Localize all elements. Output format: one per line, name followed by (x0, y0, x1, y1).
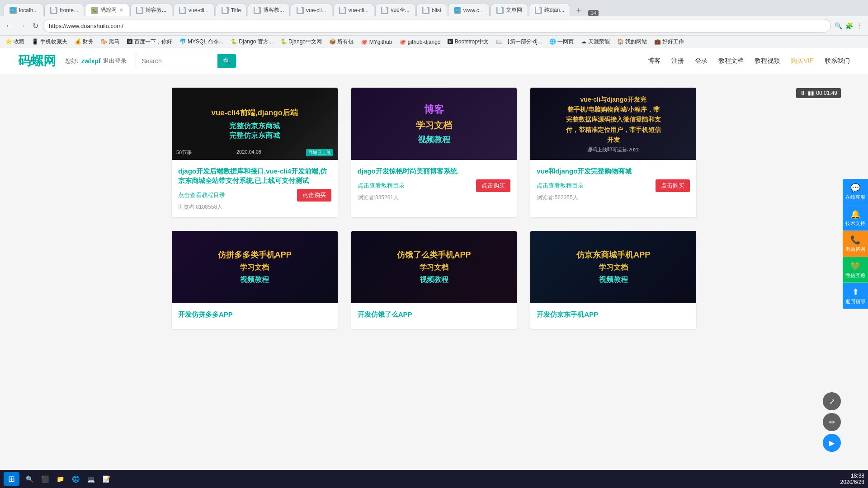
extensions-icon[interactable]: 🧩 (844, 21, 854, 30)
bookmark-work[interactable]: 💼 好好工作 (652, 37, 686, 47)
search-bar: 🔍 (136, 54, 236, 68)
bookmark-django-part1[interactable]: 📖 【第一部分-dj... (494, 37, 544, 47)
bookmark-tianya[interactable]: ☁ 天涯荣能 (579, 37, 611, 47)
course-link-2[interactable]: 点击查看教程目录 (358, 182, 405, 190)
bookmark-baidu[interactable]: 🅱 百度一下，你好 (125, 37, 174, 47)
forward-button[interactable]: → (17, 20, 28, 32)
menu-icon[interactable]: ⋮ (855, 21, 864, 30)
tab-title[interactable]: 📄 Title (216, 4, 247, 16)
nav-videos[interactable]: 教程视频 (755, 57, 780, 65)
tab-blog1[interactable]: 📄 博客教... (130, 4, 172, 16)
course-card-1: vue-cli4前端,django后端 完整仿京东商城 完整仿京东商城 50节课… (172, 88, 338, 217)
pause-icon[interactable]: ⏸ (800, 89, 806, 97)
tab-vueall[interactable]: 📄 vue全... (375, 4, 415, 16)
course-thumb-6[interactable]: 仿京东商城手机APP 学习文档 视频教程 (530, 231, 696, 303)
nav-contact[interactable]: 联系我们 (825, 57, 850, 65)
tab-blog2[interactable]: 📄 博客教... (248, 4, 290, 16)
course-link-1[interactable]: 点击查看教程目录 (178, 191, 225, 199)
card-body-2: djago开发惊艳时尚美丽博客系统. 点击查看教程目录 点击购买 浏览者:335… (351, 160, 517, 208)
buy-button-2[interactable]: 点击购买 (476, 179, 510, 192)
tab-vue2[interactable]: 📄 vue-cli... (291, 4, 332, 16)
card-body-5: 开发仿饿了么APP (351, 303, 517, 329)
course-thumb-2[interactable]: 博客 学习文档 视频教程 (351, 88, 517, 160)
tab-icon: 📄 (535, 7, 542, 14)
nav-register[interactable]: 注册 (671, 57, 684, 65)
bookmark-mysql[interactable]: 🐬 MYSQL 命令... (178, 37, 225, 47)
course-card-5: 仿饿了么类手机APP 学习文档 视频教程 开发仿饿了么APP (351, 231, 517, 329)
course-thumb-3[interactable]: vue-cli与django开发完整手机/电脑购物商城/小程序，带完整数据库源码… (530, 88, 696, 160)
bookmark-collect[interactable]: ⭐ 收藏 (4, 37, 26, 47)
address-bar[interactable]: https://www.duanshuilu.com/ (43, 19, 831, 33)
nav-login[interactable]: 登录 (695, 57, 708, 65)
buy-button-3[interactable]: 点击购买 (656, 179, 690, 192)
new-tab-button[interactable]: ＋ (571, 4, 586, 16)
search-button[interactable]: 🔍 (217, 54, 236, 68)
card-body-1: djago开发后端数据库和接口,vue-cli4开发前端,仿京东商城全站带支付系… (172, 160, 338, 217)
logout-button[interactable]: 退出登录 (103, 57, 127, 65)
url-display: https://www.duanshuilu.com/ (49, 23, 825, 29)
course-link-3[interactable]: 点击查看教程目录 (537, 182, 584, 190)
search-input[interactable] (136, 55, 217, 67)
float-tech-support[interactable]: 🔔 技术支持 (843, 205, 868, 231)
course-card-4: 仿拼多多类手机APP 学习文档 视频教程 开发仿拼多多APP (172, 231, 338, 329)
float-online-service[interactable]: 💬 在线客服 (843, 179, 868, 205)
site-logo[interactable]: 码螺网 (18, 52, 56, 70)
bookmarks-bar: ⭐ 收藏 📱 手机收藏夹 💰 财务 🐎 黑马 🅱 百度一下，你好 🐬 MYSQL… (0, 35, 868, 48)
reload-button[interactable]: ↻ (31, 20, 40, 32)
float-wechat[interactable]: 💚 微信互通 (843, 257, 868, 283)
bookmark-github-django[interactable]: 🐙 github-django (397, 38, 442, 46)
bookmark-github[interactable]: 🐙 MYgithub (359, 38, 394, 46)
tab-fronte[interactable]: 📄 fronte... (44, 4, 84, 16)
bookmark-finance[interactable]: 💰 财务 (73, 37, 95, 47)
tab-localh[interactable]: 🌐 localh... (4, 4, 43, 16)
nav-menu: 博客 注册 登录 教程文档 教程视频 购买VIP 联系我们 (648, 57, 850, 65)
tab-www[interactable]: 🌐 www.c... (448, 4, 490, 16)
tab-label: www.c... (463, 7, 484, 14)
tab-label: 文单网 (506, 6, 522, 14)
tab-label: 博客教... (146, 6, 166, 14)
bookmark-mysite[interactable]: 🏠 我的网站 (615, 37, 649, 47)
float-top[interactable]: ⬆ 返回顶部 (843, 283, 868, 309)
tab-icon: 📄 (50, 7, 57, 14)
tab-label: 码蝗网 (100, 6, 117, 14)
bookmark-mobile[interactable]: 📱 手机收藏夹 (30, 37, 69, 47)
bookmark-bootstrap[interactable]: 🅱 Bootstrap中文 (446, 37, 491, 47)
course-thumb-1[interactable]: vue-cli4前端,django后端 完整仿京东商城 完整仿京东商城 50节课… (172, 88, 338, 160)
nav-docs[interactable]: 教程文档 (718, 57, 744, 65)
site-header: 码螺网 您好: zwlxpf 退出登录 🔍 博客 注册 登录 教程文档 教程视频… (0, 48, 868, 74)
bookmark-heima[interactable]: 🐎 黑马 (99, 37, 122, 47)
course-card-3: vue-cli与django开发完整手机/电脑购物商城/小程序，带完整数据库源码… (530, 88, 696, 217)
tab-wendang[interactable]: 📄 文单网 (491, 4, 528, 16)
tab-vue1[interactable]: 📄 vue-cli... (173, 4, 215, 16)
course-thumb-5[interactable]: 仿饿了么类手机APP 学习文档 视频教程 (351, 231, 517, 303)
search-icon[interactable]: 🔍 (834, 21, 843, 30)
back-button[interactable]: ← (4, 20, 14, 32)
tab-vue3[interactable]: 📄 vue-cli... (333, 4, 375, 16)
thumb-date: 2020.04.08 (236, 149, 261, 156)
tab-active[interactable]: 🐛 码蝗网 ✕ (85, 4, 129, 16)
tab-icon: 📄 (381, 7, 388, 14)
tab-icon: 📄 (422, 7, 429, 14)
tab-icon: 📄 (496, 7, 504, 14)
course-thumb-4[interactable]: 仿拼多多类手机APP 学习文档 视频教程 (172, 231, 338, 303)
card-title-2: djago开发惊艳时尚美丽博客系统. (358, 166, 511, 176)
video-timer: ⏸ ▮▮ 00:01:49 (796, 88, 841, 98)
tab-close-icon[interactable]: ✕ (119, 7, 123, 13)
bookmark-allpkg[interactable]: 📦 所有包 (327, 37, 355, 47)
tab-icon: 🌐 (9, 7, 17, 14)
tab-blist[interactable]: 📄 blist (416, 4, 447, 16)
buy-button-1[interactable]: 点击购买 (297, 189, 331, 202)
thumb-lessons: 50节课 (176, 149, 192, 156)
tab-label: vue全... (391, 6, 409, 14)
tab-counter[interactable]: 14 (588, 10, 598, 16)
float-phone[interactable]: 📞 电话咨询 (843, 231, 868, 257)
tab-icon: 📄 (297, 7, 304, 14)
tab-django[interactable]: 📄 纯djan... (529, 4, 571, 16)
bookmark-django-official[interactable]: 🐍 Django 官方... (229, 37, 275, 47)
bookmark-django-cn[interactable]: 🐍 Django中文网 (278, 37, 324, 47)
bookmark-webpage[interactable]: 🌐 一网页 (547, 37, 576, 47)
tab-label: vue-cli... (349, 7, 369, 14)
tab-label: localh... (19, 7, 38, 14)
nav-blog[interactable]: 博客 (648, 57, 660, 65)
nav-vip[interactable]: 购买VIP (791, 57, 814, 65)
